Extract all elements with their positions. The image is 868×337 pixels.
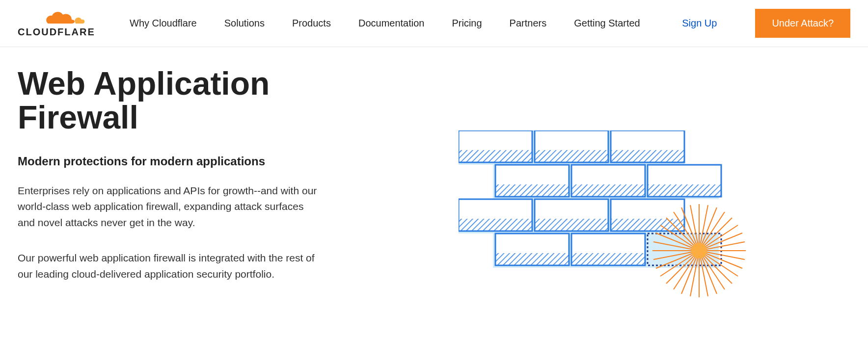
svg-text:CLOUDFLARE: CLOUDFLARE (18, 26, 95, 37)
nav-getting-started[interactable]: Getting Started (574, 18, 640, 29)
svg-rect-25 (495, 253, 569, 265)
firewall-brick-illustration (459, 130, 763, 317)
svg-rect-13 (495, 184, 569, 197)
sunburst-icon (652, 204, 746, 297)
hero-paragraph-1: Enterprises rely on applications and API… (18, 183, 322, 231)
nav-why-cloudflare[interactable]: Why Cloudflare (130, 18, 197, 29)
site-header: CLOUDFLARE Why Cloudflare Solutions Prod… (0, 0, 868, 47)
hero-text: Web Application Firewall Modern protecti… (18, 67, 342, 317)
page-title: Web Application Firewall (18, 67, 342, 135)
under-attack-button[interactable]: Under Attack? (755, 9, 850, 38)
nav-documentation[interactable]: Documentation (358, 18, 425, 29)
nav-products[interactable]: Products (292, 18, 331, 29)
svg-rect-7 (459, 150, 532, 162)
svg-point-61 (691, 243, 707, 259)
svg-rect-19 (459, 219, 532, 231)
main-nav: Why Cloudflare Solutions Products Docume… (130, 18, 658, 29)
nav-pricing[interactable]: Pricing (452, 18, 482, 29)
cloudflare-logo-icon: CLOUDFLARE (18, 10, 96, 37)
svg-rect-15 (571, 184, 645, 197)
nav-partners[interactable]: Partners (510, 18, 547, 29)
page-subtitle: Modern protections for modern applicatio… (18, 155, 342, 168)
signup-link[interactable]: Sign Up (682, 18, 717, 29)
svg-rect-17 (648, 184, 721, 197)
hero-section: Web Application Firewall Modern protecti… (0, 47, 868, 317)
hero-paragraph-2: Our powerful web application firewall is… (18, 250, 322, 282)
svg-rect-21 (535, 219, 608, 231)
svg-rect-9 (535, 150, 608, 162)
hero-illustration (371, 67, 850, 317)
svg-rect-27 (571, 253, 645, 265)
brand-logo[interactable]: CLOUDFLARE (18, 10, 96, 37)
svg-rect-11 (611, 150, 684, 162)
nav-solutions[interactable]: Solutions (224, 18, 265, 29)
